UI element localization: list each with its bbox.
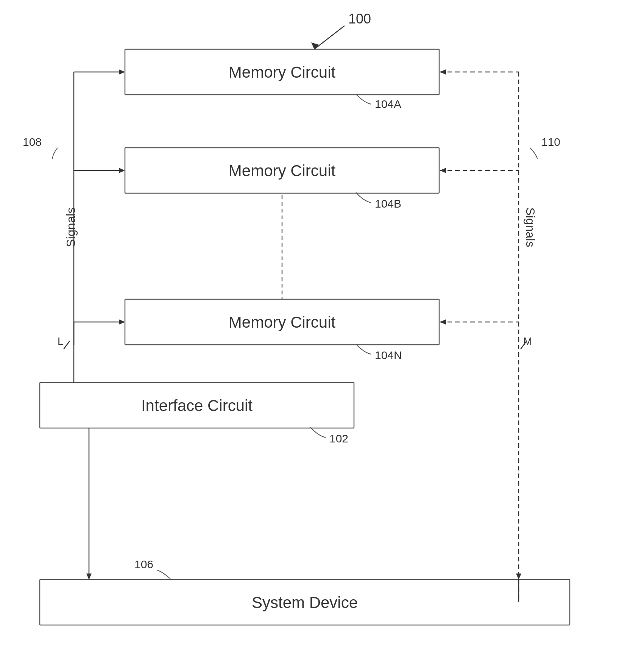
svg-marker-7 <box>119 168 125 173</box>
svg-marker-5 <box>119 69 125 75</box>
memory-circuit-104a-label: Memory Circuit <box>229 63 336 81</box>
figure-number: 100 <box>348 11 371 27</box>
interface-circuit-label: Interface Circuit <box>141 397 253 414</box>
system-device-label: System Device <box>252 594 358 611</box>
ref-104n: 104N <box>375 349 402 361</box>
memory-circuit-104n-label: Memory Circuit <box>229 313 336 331</box>
svg-marker-17 <box>440 168 446 173</box>
signals-left-label: Signals <box>64 208 78 247</box>
svg-marker-15 <box>440 69 446 75</box>
svg-marker-9 <box>119 319 125 325</box>
ref-l: L <box>58 335 64 347</box>
ref-108: 108 <box>23 136 42 148</box>
svg-marker-21 <box>516 574 521 580</box>
ref-104b: 104B <box>375 197 401 210</box>
svg-marker-19 <box>440 319 446 325</box>
svg-marker-1 <box>311 42 319 49</box>
ref-102: 102 <box>329 432 348 445</box>
ref-m: M <box>523 335 532 347</box>
ref-110: 110 <box>541 136 560 148</box>
svg-marker-12 <box>86 574 92 580</box>
diagram-container: 100 Memory Circuit 104A Memory Circuit 1… <box>0 0 619 672</box>
svg-line-22 <box>64 341 70 349</box>
ref-104a: 104A <box>375 98 401 110</box>
signals-right-label: Signals <box>524 208 537 247</box>
ref-106: 106 <box>134 558 153 570</box>
memory-circuit-104b-label: Memory Circuit <box>229 162 336 180</box>
svg-line-0 <box>314 26 345 49</box>
